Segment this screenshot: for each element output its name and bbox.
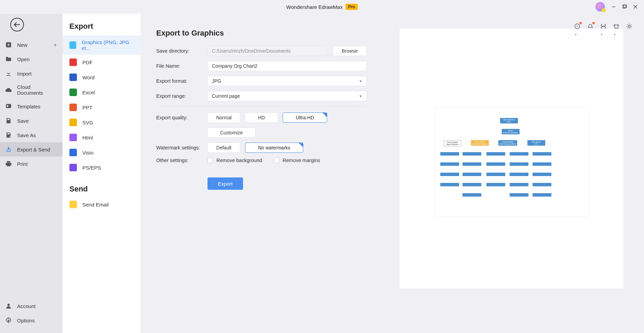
filetype-icon [69,149,77,156]
export-type-label: Graphics (PNG, JPG et... [82,39,134,51]
leftnav-item-label: Templates [17,104,40,109]
export-type-ppt[interactable]: PPT [63,100,140,115]
watermark-option-default[interactable]: Default [207,143,240,153]
close-icon[interactable] [633,4,638,9]
settings-icon[interactable] [626,23,632,29]
save-directory-input[interactable] [207,46,326,56]
leftnav-item-account[interactable]: Account [0,299,63,313]
export-type-pdf[interactable]: PDF [63,55,140,70]
send-item-label: Send Email [82,202,109,208]
leftnav-item-label: New [17,42,27,48]
export-type-svg[interactable]: SVG [63,115,140,130]
export-type-list: Export Graphics (PNG, JPG et...PDFWordEx… [63,14,140,333]
minimize-icon[interactable] [611,4,616,9]
plus-icon[interactable]: ＋ [53,42,58,48]
watermark-option-no-watermarks[interactable]: No watermarks [245,143,303,153]
shortcut-icon[interactable]: ▾ [600,23,606,29]
chevron-down-icon: ▾ [601,33,603,36]
filetype-icon [69,89,77,96]
filetype-icon [69,119,77,126]
leftnav-item-import[interactable]: Import [0,66,63,81]
checkbox-icon [274,158,279,163]
chevron-down-icon: ▾ [575,33,577,36]
preview-image: Steve HamiltonCEO VivianExecutive Assist… [435,107,589,217]
leftnav-item-print[interactable]: Print [0,157,63,171]
import-icon [5,70,12,77]
export-type-label: Html [82,135,93,141]
export-button[interactable]: Export [207,177,243,190]
save-directory-label: Save directory: [156,48,207,54]
export-type-excel[interactable]: Excel [63,85,140,100]
save-as-icon [5,131,12,139]
other-settings-label: Other settings: [156,158,207,163]
leftnav-item-label: Account [17,303,36,309]
send-header: Send [63,175,140,197]
leftnav-item-templates[interactable]: Templates [0,99,63,114]
export-type-word[interactable]: Word [63,70,140,85]
export-type-graphics-png-jpg-et-[interactable]: Graphics (PNG, JPG et... [63,36,140,55]
bell-icon[interactable] [587,23,593,29]
chevron-down-icon: ▼ [359,79,362,83]
leftnav-item-label: Options [17,318,35,323]
leftnav-item-open[interactable]: Open [0,52,63,66]
export-type-ps-eps[interactable]: PS/EPS [63,160,140,175]
export-range-select[interactable]: Current page ▼ [207,91,367,101]
remove-margins-label: Remove margins [283,158,320,163]
help-icon[interactable]: ?▾ [574,23,580,29]
leftnav-item-options[interactable]: Options [0,313,63,328]
tshirt-icon[interactable]: ▾ [613,23,619,29]
leftnav-item-label: Cloud Documents [17,84,58,96]
export-type-label: PDF [82,59,93,65]
export-form: Export to Graphics Save directory: Brows… [156,29,367,289]
filetype-icon [69,104,77,111]
send-item-send-email[interactable]: Send Email [63,197,140,212]
filetype-icon [69,74,77,81]
export-type-label: Excel [82,90,95,95]
divider [156,106,367,106]
plus-square-icon [5,41,12,49]
svg-rect-9 [6,104,11,108]
cloud-icon [5,86,12,94]
svg-point-11 [8,304,10,306]
export-type-label: PPT [82,105,92,110]
leftnav-item-new[interactable]: New＋ [0,38,63,52]
leftnav-item-label: Save [17,118,29,124]
export-type-html[interactable]: Html [63,130,140,145]
remove-background-checkbox[interactable]: Remove background [207,158,262,163]
leftnav-item-save-as[interactable]: Save As [0,128,63,142]
titlebar-controls [595,2,644,12]
export-type-label: Word [82,75,95,80]
export-header: Export [63,22,140,36]
quality-button-group: NormalHDUltra HD [207,112,327,123]
leftnav-item-export-send[interactable]: Export & Send [0,142,63,157]
leftnav-item-label: Import [17,71,32,77]
titlebar-center: Wondershare EdrawMax Pro [286,4,358,10]
filetype-icon [69,164,77,171]
file-name-input[interactable] [207,61,367,71]
quality-option-normal[interactable]: Normal [207,112,240,123]
save-icon [5,117,12,124]
svg-point-15 [628,25,630,27]
print-icon [5,160,12,168]
export-format-select[interactable]: JPG ▼ [207,76,367,86]
svg-rect-10 [7,105,8,107]
back-button[interactable] [10,18,24,31]
watermark-label: Watermark settings: [156,145,207,150]
gear-icon [5,317,12,324]
filetype-icon [69,134,77,141]
arrow-left-icon [13,21,21,28]
avatar[interactable] [595,2,605,12]
mail-icon [69,201,77,208]
browse-button[interactable]: Browse [333,46,367,56]
quality-option-ultra-hd[interactable]: Ultra HD [283,112,327,123]
customize-button[interactable]: Customize [207,128,255,138]
leftnav-item-cloud-documents[interactable]: Cloud Documents [0,81,63,99]
remove-margins-checkbox[interactable]: Remove margins [274,158,320,163]
leftnav-item-label: Print [17,161,28,167]
file-name-label: File Name: [156,63,207,69]
maximize-icon[interactable] [622,4,627,9]
export-type-visio[interactable]: Visio [63,145,140,160]
export-icon [5,146,12,153]
quality-option-hd[interactable]: HD [245,112,278,123]
leftnav-item-save[interactable]: Save [0,114,63,128]
